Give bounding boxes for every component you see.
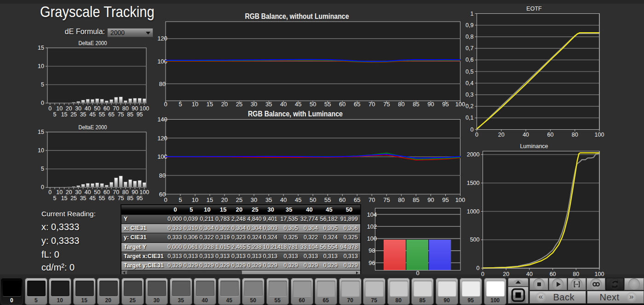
svg-text:30: 30	[75, 189, 81, 196]
svg-text:20: 20	[66, 105, 72, 112]
svg-text:35: 35	[80, 111, 86, 118]
svg-text:0,9: 0,9	[466, 22, 473, 29]
svg-text:0: 0	[164, 196, 167, 203]
svg-text:1500: 1500	[467, 180, 480, 186]
svg-text:55: 55	[324, 101, 331, 108]
svg-text:85: 85	[413, 196, 419, 203]
svg-text:15: 15	[207, 196, 213, 203]
svg-text:100: 100	[367, 235, 377, 242]
svg-text:60: 60	[339, 101, 345, 108]
svg-text:60: 60	[547, 132, 553, 138]
svg-text:EOTF: EOTF	[526, 6, 542, 12]
svg-text:45: 45	[89, 111, 96, 118]
svg-text:10: 10	[56, 189, 63, 196]
svg-text:5: 5	[178, 196, 182, 203]
svg-text:100: 100	[455, 101, 466, 108]
svg-text:100: 100	[157, 153, 167, 160]
svg-text:45: 45	[295, 101, 301, 108]
svg-text:RGB Balance, without Luminance: RGB Balance, without Luminance	[245, 12, 349, 20]
svg-text:40: 40	[280, 101, 287, 108]
svg-text:5: 5	[178, 101, 182, 108]
svg-text:120: 120	[157, 135, 167, 142]
svg-text:0: 0	[41, 100, 44, 106]
svg-text:100: 100	[157, 58, 167, 65]
svg-text:100: 100	[139, 105, 149, 112]
svg-text:50: 50	[310, 196, 316, 203]
svg-text:40: 40	[85, 189, 91, 196]
svg-text:65: 65	[354, 196, 360, 203]
svg-text:96: 96	[368, 259, 375, 266]
svg-text:DeltaE 2000: DeltaE 2000	[79, 124, 107, 131]
svg-text:0: 0	[477, 265, 480, 271]
svg-text:100: 100	[595, 132, 604, 138]
svg-text:80: 80	[159, 172, 166, 179]
svg-text:15: 15	[207, 101, 213, 108]
svg-text:95: 95	[137, 111, 143, 118]
svg-text:0,8: 0,8	[466, 34, 473, 40]
svg-text:2000: 2000	[467, 151, 480, 158]
svg-text:0,1: 0,1	[466, 115, 473, 121]
svg-text:45: 45	[295, 196, 301, 203]
svg-text:Luminance: Luminance	[520, 143, 548, 150]
svg-text:15: 15	[61, 195, 68, 201]
svg-text:80: 80	[159, 81, 166, 87]
svg-text:120: 120	[157, 35, 167, 42]
svg-text:80: 80	[398, 196, 404, 203]
svg-text:90: 90	[427, 196, 434, 203]
svg-text:70: 70	[113, 189, 119, 196]
svg-text:55: 55	[99, 111, 105, 118]
svg-text:90: 90	[427, 101, 434, 108]
svg-text:10: 10	[38, 147, 44, 154]
svg-text:30: 30	[75, 105, 81, 112]
svg-text:45: 45	[89, 195, 96, 201]
svg-text:10: 10	[38, 63, 44, 69]
svg-text:60: 60	[339, 196, 345, 203]
svg-text:0: 0	[471, 127, 474, 133]
svg-text:1: 1	[471, 11, 474, 17]
svg-text:25: 25	[70, 195, 77, 201]
svg-text:65: 65	[108, 195, 115, 201]
svg-text:40: 40	[523, 132, 529, 138]
svg-text:25: 25	[236, 101, 242, 108]
svg-text:70: 70	[113, 105, 119, 112]
svg-text:10: 10	[192, 101, 198, 108]
svg-text:0,7: 0,7	[466, 45, 473, 52]
svg-text:70: 70	[368, 101, 375, 108]
svg-text:104: 104	[367, 211, 377, 218]
svg-text:60: 60	[104, 189, 110, 196]
svg-text:95: 95	[137, 195, 143, 201]
svg-text:100: 100	[455, 196, 466, 203]
svg-text:15: 15	[38, 45, 44, 51]
svg-text:15: 15	[61, 111, 68, 118]
svg-text:90: 90	[132, 189, 138, 196]
svg-text:500: 500	[470, 236, 480, 243]
svg-text:95: 95	[442, 101, 448, 108]
svg-text:10: 10	[192, 196, 198, 203]
svg-text:70: 70	[368, 196, 375, 203]
svg-text:102: 102	[367, 223, 377, 230]
svg-text:0,2: 0,2	[466, 103, 473, 109]
svg-text:55: 55	[324, 196, 331, 203]
svg-text:50: 50	[94, 105, 100, 112]
svg-text:20: 20	[221, 101, 228, 108]
svg-text:80: 80	[572, 132, 578, 138]
svg-text:98: 98	[368, 247, 375, 254]
svg-text:5: 5	[53, 195, 57, 201]
svg-text:20: 20	[221, 196, 228, 203]
svg-text:55: 55	[99, 195, 105, 201]
svg-text:90: 90	[132, 105, 138, 112]
svg-text:75: 75	[383, 196, 390, 203]
svg-text:35: 35	[265, 101, 272, 108]
svg-text:0: 0	[48, 189, 52, 196]
svg-text:DeltaE 2000: DeltaE 2000	[79, 40, 107, 46]
svg-text:100: 100	[139, 189, 149, 196]
svg-text:25: 25	[236, 196, 242, 203]
svg-text:65: 65	[108, 111, 115, 118]
svg-text:80: 80	[398, 101, 404, 108]
svg-text:5: 5	[41, 81, 44, 88]
svg-text:35: 35	[265, 196, 272, 203]
svg-text:20: 20	[498, 132, 505, 138]
svg-text:140: 140	[157, 116, 167, 123]
svg-text:0,6: 0,6	[466, 57, 473, 63]
svg-text:65: 65	[354, 101, 360, 108]
